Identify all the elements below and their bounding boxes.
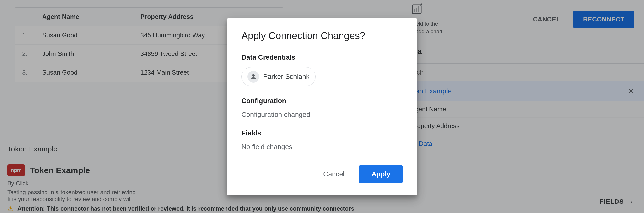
modal-section-config: Configuration Configuration changed	[242, 97, 402, 118]
modal-apply-button[interactable]: Apply	[359, 165, 402, 183]
fields-title: Fields	[242, 129, 402, 137]
modal-title: Apply Connection Changes?	[242, 30, 402, 41]
modal-section-credentials: Data Credentials Parker Schlank	[242, 54, 402, 86]
user-avatar	[248, 71, 259, 82]
modal-cancel-button[interactable]: Cancel	[316, 165, 352, 183]
modal-section-fields: Fields No field changes	[242, 129, 402, 151]
config-text: Configuration changed	[242, 111, 402, 118]
credentials-title: Data Credentials	[242, 54, 402, 61]
user-name: Parker Schlank	[263, 73, 310, 80]
config-title: Configuration	[242, 97, 402, 105]
fields-text: No field changes	[242, 143, 402, 151]
modal-overlay: Apply Connection Changes? Data Credentia…	[0, 0, 644, 213]
user-chip: Parker Schlank	[242, 67, 316, 86]
modal-dialog: Apply Connection Changes? Data Credentia…	[227, 18, 417, 195]
modal-footer: Cancel Apply	[242, 165, 402, 183]
